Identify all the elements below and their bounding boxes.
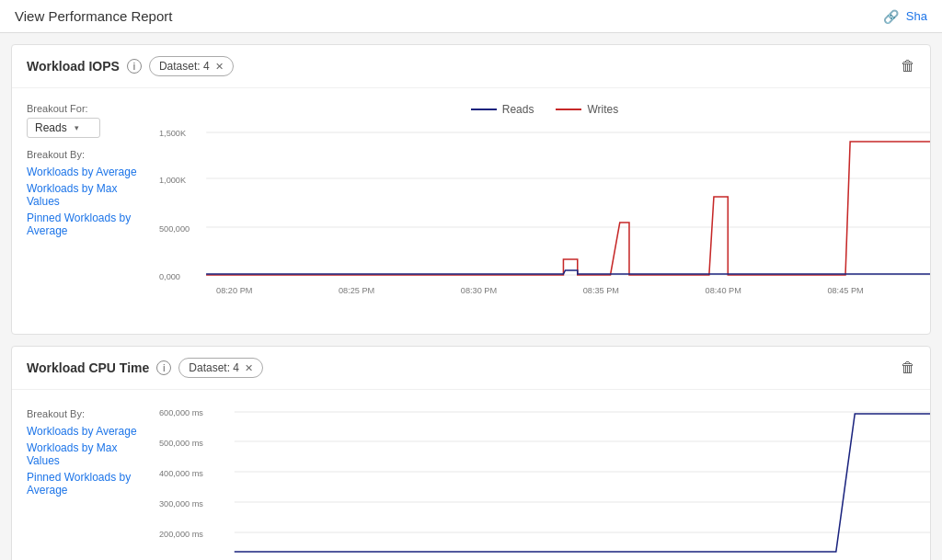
breakout-for-label: Breakout For: <box>27 103 144 114</box>
cpu-breakout-link-1[interactable]: Workloads by Max Values <box>27 441 144 467</box>
cpu-title-group: Workload CPU Time i Dataset: 4 ✕ <box>27 358 263 378</box>
reads-dropdown[interactable]: Reads ▾ <box>27 118 100 138</box>
svg-text:08:40 PM: 08:40 PM <box>706 286 741 295</box>
cpu-chart-svg-container: 600,000 ms 500,000 ms 400,000 ms 300,000… <box>159 405 930 560</box>
svg-text:08:35 PM: 08:35 PM <box>583 286 619 295</box>
cpu-breakout-link-0[interactable]: Workloads by Average <box>27 425 144 438</box>
iops-chart-area: Reads Writes 1,500K 1,000K 500,000 0,000 <box>159 103 930 319</box>
writes-legend: Writes <box>556 103 618 116</box>
writes-legend-label: Writes <box>587 103 618 116</box>
cpu-trash-icon[interactable]: 🗑 <box>901 360 915 376</box>
svg-text:1,000K: 1,000K <box>159 176 186 185</box>
iops-section-header: Workload IOPS i Dataset: 4 ✕ 🗑 <box>12 45 930 88</box>
svg-text:300,000 ms: 300,000 ms <box>159 499 203 509</box>
svg-text:0,000: 0,000 <box>159 272 180 281</box>
page-title: View Performance Report <box>15 8 172 24</box>
cpu-section: Workload CPU Time i Dataset: 4 ✕ 🗑 Break… <box>11 346 931 560</box>
iops-title-group: Workload IOPS i Dataset: 4 ✕ <box>27 56 234 76</box>
cpu-chart: 600,000 ms 500,000 ms 400,000 ms 300,000… <box>159 405 930 560</box>
header-actions: 🔗 Sha <box>883 9 927 24</box>
breakout-by-label: Breakout By: <box>27 149 144 160</box>
iops-chart-legend: Reads Writes <box>159 103 930 116</box>
cpu-chart-area: 600,000 ms 500,000 ms 400,000 ms 300,000… <box>159 405 930 560</box>
svg-text:1,500K: 1,500K <box>159 129 186 138</box>
iops-dataset-label: Dataset: 4 <box>159 60 210 73</box>
cpu-dataset-label: Dataset: 4 <box>189 361 239 374</box>
link-icon: 🔗 <box>883 9 899 24</box>
iops-dataset-badge[interactable]: Dataset: 4 ✕ <box>149 56 234 76</box>
svg-text:200,000 ms: 200,000 ms <box>159 530 203 539</box>
cpu-dataset-close[interactable]: ✕ <box>245 362 253 374</box>
reads-dropdown-value: Reads <box>35 121 67 134</box>
writes-legend-line <box>556 109 581 110</box>
breakout-link-0[interactable]: Workloads by Average <box>27 166 144 178</box>
cpu-left-panel: Breakout By: Workloads by Average Worklo… <box>12 405 159 560</box>
cpu-section-header: Workload CPU Time i Dataset: 4 ✕ 🗑 <box>12 347 930 390</box>
reads-legend: Reads <box>471 103 534 116</box>
cpu-title: Workload CPU Time <box>27 360 149 375</box>
reads-legend-label: Reads <box>502 103 534 116</box>
iops-chart-svg-container: 1,500K 1,000K 500,000 0,000 08:20 PM 08:… <box>159 123 930 319</box>
iops-info-icon[interactable]: i <box>127 59 142 74</box>
iops-section: Workload IOPS i Dataset: 4 ✕ 🗑 Breakout … <box>11 44 931 335</box>
svg-text:08:45 PM: 08:45 PM <box>827 286 863 295</box>
dropdown-caret-icon: ▾ <box>75 123 79 132</box>
cpu-breakout-by-label: Breakout By: <box>27 408 144 419</box>
reads-legend-line <box>471 109 497 110</box>
iops-trash-icon[interactable]: 🗑 <box>901 58 915 74</box>
svg-text:500,000 ms: 500,000 ms <box>159 439 203 448</box>
iops-dataset-close[interactable]: ✕ <box>215 61 224 73</box>
iops-title: Workload IOPS <box>27 59 120 74</box>
svg-text:08:20 PM: 08:20 PM <box>216 286 252 295</box>
iops-chart: 1,500K 1,000K 500,000 0,000 08:20 PM 08:… <box>159 123 930 316</box>
cpu-dataset-badge[interactable]: Dataset: 4 ✕ <box>178 358 263 378</box>
svg-text:500,000: 500,000 <box>159 224 190 234</box>
cpu-info-icon[interactable]: i <box>156 360 171 375</box>
iops-left-panel: Breakout For: Reads ▾ Breakout By: Workl… <box>12 103 159 319</box>
svg-text:08:25 PM: 08:25 PM <box>339 286 374 295</box>
svg-text:600,000 ms: 600,000 ms <box>159 408 203 417</box>
page-content: Workload IOPS i Dataset: 4 ✕ 🗑 Breakout … <box>0 44 942 560</box>
svg-text:08:30 PM: 08:30 PM <box>461 286 497 295</box>
header: View Performance Report 🔗 Sha <box>0 0 942 33</box>
breakout-link-1[interactable]: Workloads by Max Values <box>27 182 144 208</box>
svg-text:400,000 ms: 400,000 ms <box>159 469 203 478</box>
cpu-breakout-link-2[interactable]: Pinned Workloads by Average <box>27 471 144 497</box>
breakout-link-2[interactable]: Pinned Workloads by Average <box>27 211 144 237</box>
cpu-section-body: Breakout By: Workloads by Average Worklo… <box>12 390 930 560</box>
iops-section-body: Breakout For: Reads ▾ Breakout By: Workl… <box>12 88 930 334</box>
share-link[interactable]: Sha <box>906 9 927 23</box>
